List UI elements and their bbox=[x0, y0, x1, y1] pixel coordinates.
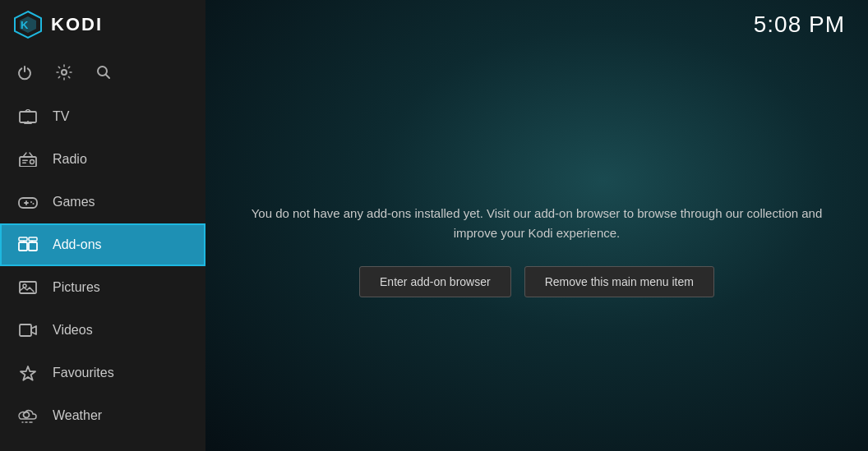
sidebar-item-videos[interactable]: Videos bbox=[0, 309, 205, 352]
sidebar-item-games[interactable]: Games bbox=[0, 181, 205, 223]
addons-icon bbox=[16, 233, 39, 256]
videos-icon bbox=[16, 319, 39, 342]
enter-addon-browser-button[interactable]: Enter add-on browser bbox=[359, 266, 511, 297]
no-addons-message: You do not have any add-ons installed ye… bbox=[249, 204, 824, 243]
sidebar-item-addons[interactable]: Add-ons bbox=[0, 223, 205, 266]
sidebar-item-label-games: Games bbox=[53, 195, 95, 209]
content-buttons: Enter add-on browser Remove this main me… bbox=[359, 266, 714, 297]
content-area: You do not have any add-ons installed ye… bbox=[205, 49, 868, 451]
power-icon[interactable] bbox=[16, 64, 33, 81]
search-icon[interactable] bbox=[95, 64, 112, 81]
sidebar-item-label-weather: Weather bbox=[53, 408, 102, 423]
sidebar-item-label-favourites: Favourites bbox=[53, 366, 114, 380]
sidebar-item-label-videos: Videos bbox=[53, 323, 93, 338]
svg-point-7 bbox=[30, 160, 35, 164]
top-bar: 5:08 PM bbox=[205, 0, 868, 49]
svg-point-11 bbox=[30, 201, 32, 203]
sidebar-item-label-pictures: Pictures bbox=[53, 280, 100, 295]
sidebar-item-radio[interactable]: Radio bbox=[0, 138, 205, 181]
games-icon bbox=[16, 191, 39, 214]
sidebar-item-label-tv: TV bbox=[53, 109, 69, 124]
tv-icon bbox=[16, 105, 39, 128]
clock-display: 5:08 PM bbox=[754, 12, 845, 38]
radio-icon bbox=[16, 148, 39, 171]
sidebar: K KODI bbox=[0, 0, 205, 451]
sidebar-item-tv[interactable]: TV bbox=[0, 95, 205, 138]
svg-rect-14 bbox=[29, 242, 37, 251]
svg-text:K: K bbox=[21, 19, 29, 31]
svg-point-3 bbox=[62, 70, 67, 75]
svg-rect-19 bbox=[20, 324, 31, 336]
sidebar-item-label-radio: Radio bbox=[53, 152, 87, 167]
sidebar-header: K KODI bbox=[0, 0, 205, 49]
sidebar-item-favourites[interactable]: Favourites bbox=[0, 352, 205, 394]
svg-rect-13 bbox=[19, 242, 27, 251]
sidebar-nav: TV Radio bbox=[0, 95, 205, 451]
remove-menu-item-button[interactable]: Remove this main menu item bbox=[524, 266, 714, 297]
kodi-logo-icon: K bbox=[13, 10, 43, 39]
svg-point-12 bbox=[33, 203, 35, 205]
sidebar-item-weather[interactable]: Weather bbox=[0, 394, 205, 437]
sidebar-item-pictures[interactable]: Pictures bbox=[0, 266, 205, 309]
settings-icon[interactable] bbox=[56, 64, 72, 81]
main-content: 5:08 PM You do not have any add-ons inst… bbox=[205, 0, 868, 451]
weather-icon bbox=[16, 404, 39, 427]
favourites-icon bbox=[16, 361, 39, 384]
svg-rect-15 bbox=[19, 237, 27, 241]
pictures-icon bbox=[16, 276, 39, 299]
svg-rect-16 bbox=[29, 237, 37, 241]
svg-rect-8 bbox=[22, 160, 28, 162]
svg-rect-9 bbox=[22, 163, 26, 164]
app-title: KODI bbox=[51, 14, 103, 35]
sidebar-toolbar bbox=[0, 49, 205, 95]
sidebar-item-label-addons: Add-ons bbox=[53, 237, 102, 252]
